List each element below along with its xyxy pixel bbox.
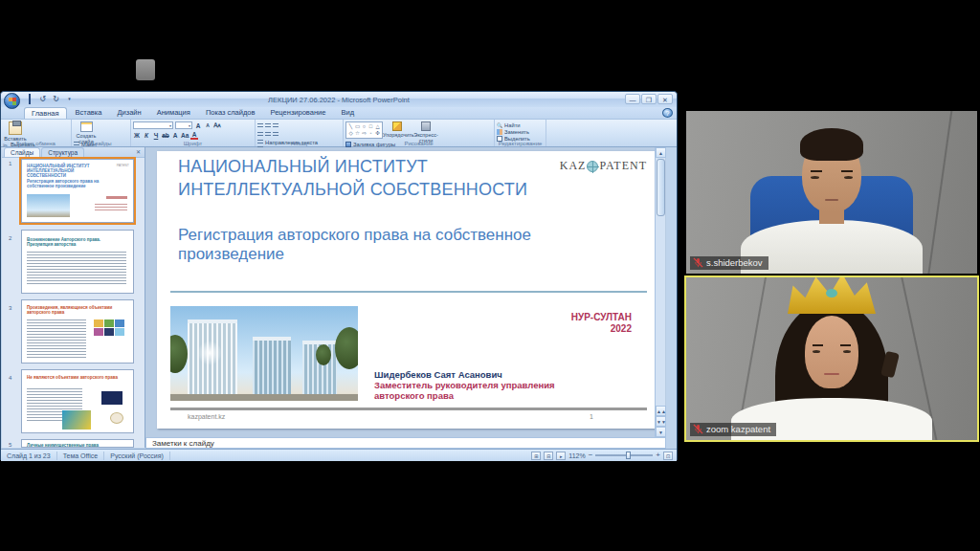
participant-name: zoom kazpatent (706, 424, 770, 434)
close-button[interactable]: ✕ (657, 94, 673, 104)
change-case-button[interactable]: Аа (181, 132, 189, 139)
font-name-combobox[interactable]: ▾ (133, 121, 173, 129)
grow-font-button[interactable]: А (194, 122, 202, 129)
align-right-icon[interactable] (273, 132, 278, 138)
tab-design[interactable]: Дизайн (110, 107, 147, 119)
author-position: Заместитель руководителя управления (374, 380, 555, 390)
arrange-button[interactable]: Упорядочить (383, 121, 412, 141)
slideshow-button[interactable]: ▸ (556, 452, 566, 460)
font-size-combobox[interactable]: ▾ (175, 121, 192, 129)
save-button[interactable] (24, 94, 34, 104)
shapes-gallery[interactable]: ╲▭○□△◇☆⇨◦✣ (345, 121, 383, 139)
normal-view-button[interactable]: ⊞ (531, 452, 541, 460)
shadow-button[interactable]: А (171, 132, 179, 139)
font-color-button[interactable]: А (190, 131, 198, 140)
participant-video-1[interactable]: s.shiderbekov (686, 111, 977, 274)
zoom-out-button[interactable]: − (589, 452, 593, 459)
group-paragraph: Направление текста Выровнять текст Преоб… (256, 120, 344, 146)
city-year[interactable]: НУР-СУЛТАН 2022 (571, 312, 632, 335)
scroll-up-icon[interactable]: ▲ (656, 147, 666, 158)
vertical-scrollbar[interactable]: ▲ ▲▲ ▼▼ ▼ (655, 147, 665, 437)
tab-review[interactable]: Рецензирование (264, 107, 333, 119)
author-block[interactable]: Шидербеков Саят Асанович Заместитель рук… (374, 369, 555, 401)
tab-slides[interactable]: Слайды (4, 147, 40, 157)
underline-button[interactable]: Ч (152, 132, 160, 139)
top-divider-line (170, 291, 647, 293)
slide-workspace: НАЦИОНАЛЬНЫЙ ИНСТИТУТ ИНТЕЛЛЕКТУАЛЬНОЙ С… (145, 147, 666, 437)
quick-styles-button[interactable]: Экспресс-стили (412, 121, 440, 141)
buildings-photo[interactable] (170, 306, 358, 401)
previous-slide-button[interactable]: ▲▲ (656, 406, 666, 416)
strikethrough-button[interactable]: ab (162, 132, 169, 139)
qat-dropdown[interactable]: ▾ (64, 94, 75, 104)
group-drawing: ╲▭○□△◇☆⇨◦✣ Упорядочить Экспресс-стили За… (344, 120, 495, 146)
thumbnail-slide-5[interactable]: Личные неимущественные права (21, 439, 134, 448)
tree (170, 335, 188, 373)
replace-button[interactable]: Заменить (497, 129, 530, 135)
thumbnail-slide-1[interactable]: НАЦИОНАЛЬНЫЙ ИНСТИТУТ ИНТЕЛЛЕКТУАЛЬНОЙ С… (21, 159, 134, 223)
slide-sorter-button[interactable]: ⊟ (544, 452, 553, 460)
scroll-down-icon[interactable]: ▼ (656, 427, 666, 437)
bold-button[interactable]: Ж (133, 132, 141, 139)
notes-area[interactable]: Заметки к слайду (145, 437, 666, 449)
participant-video-2-active[interactable]: zoom kazpatent (684, 276, 979, 442)
thumbnail-slide-2[interactable]: Возникновение Авторского права. Презумпц… (21, 230, 134, 294)
zoom-slider[interactable] (595, 454, 653, 456)
shrink-font-button[interactable]: А (204, 122, 212, 128)
thumb-number: 1 (9, 161, 11, 166)
slide-subtitle[interactable]: Регистрация авторского права на собствен… (178, 226, 580, 264)
scrollbar-thumb[interactable] (657, 159, 665, 216)
slide-title[interactable]: НАЦИОНАЛЬНЫЙ ИНСТИТУТ ИНТЕЛЛЕКТУАЛЬНОЙ С… (178, 155, 561, 201)
clear-formatting-button[interactable]: 🗛 (213, 121, 221, 129)
zoom-level[interactable]: 112% (568, 452, 585, 459)
restore-button[interactable]: ❐ (641, 94, 657, 104)
office-logo-icon (9, 98, 16, 105)
participant-nametag: s.shiderbekov (690, 256, 768, 270)
arrange-icon (392, 121, 402, 131)
building (253, 341, 291, 394)
find-button[interactable]: Найти (497, 122, 530, 128)
numbering-icon[interactable] (265, 123, 271, 129)
muted-mic-icon (693, 257, 703, 268)
status-language[interactable]: Русский (Россия) (104, 452, 170, 460)
align-left-icon[interactable] (257, 132, 263, 138)
new-slide-button[interactable]: Создать слайд (74, 121, 99, 141)
undo-button[interactable]: ↺ (37, 94, 48, 104)
tab-outline[interactable]: Структура (41, 147, 84, 157)
tab-home[interactable]: Главная (24, 107, 67, 119)
help-button[interactable]: ? (662, 108, 673, 118)
zoom-in-button[interactable]: + (656, 452, 660, 459)
current-slide[interactable]: НАЦИОНАЛЬНЫЙ ИНСТИТУТ ИНТЕЛЛЕКТУАЛЬНОЙ С… (157, 151, 660, 429)
ground (170, 394, 358, 401)
minimize-button[interactable]: — (625, 94, 640, 104)
indent-icon[interactable] (273, 123, 278, 129)
status-bar: Слайд 1 из 23 Тема Office Русский (Росси… (1, 449, 677, 461)
fit-to-window-button[interactable]: ⊡ (663, 452, 673, 460)
ribbon: Вставить Вырезать Копировать Формат по о… (1, 119, 677, 147)
tab-animations[interactable]: Анимация (150, 107, 197, 119)
redo-button[interactable]: ↻ (51, 94, 61, 104)
status-right-controls: ⊞ ⊟ ▸ 112% − + ⊡ (531, 452, 677, 460)
tab-slideshow[interactable]: Показ слайдов (199, 107, 262, 119)
zoom-knob[interactable] (626, 452, 631, 459)
italic-button[interactable]: К (143, 132, 150, 139)
slides-panel: Слайды Структура ✕ 1 НАЦИОНАЛЬНЫЙ ИНСТИТ… (2, 147, 145, 448)
headdress-jewel (826, 289, 837, 298)
align-center-icon[interactable] (265, 132, 271, 138)
status-slide-info[interactable]: Слайд 1 из 23 (1, 452, 57, 460)
bullets-icon[interactable] (257, 123, 263, 129)
status-theme[interactable]: Тема Office (57, 452, 105, 460)
thumbnail-slide-4[interactable]: Не являются объектами авторского права (21, 369, 134, 433)
office-button[interactable] (4, 93, 20, 109)
save-icon (29, 94, 31, 104)
floating-control-fragment (136, 59, 155, 80)
kazpatent-logo: KAZ PATENT (560, 159, 647, 173)
thumb-number: 5 (9, 442, 11, 448)
paste-button[interactable]: Вставить (3, 121, 28, 141)
tab-view[interactable]: Вид (334, 107, 361, 119)
replace-icon (497, 129, 502, 135)
thumbnail-slide-3[interactable]: Произведения, являющиеся объектами автор… (21, 299, 134, 364)
panel-close-icon[interactable]: ✕ (132, 147, 145, 157)
tab-insert[interactable]: Вставка (69, 107, 109, 119)
next-slide-button[interactable]: ▼▼ (656, 416, 666, 427)
